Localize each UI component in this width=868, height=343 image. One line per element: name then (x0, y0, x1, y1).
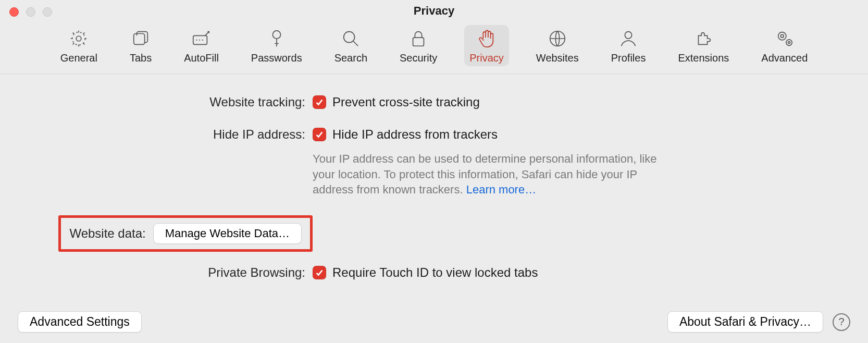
tab-label: AutoFill (184, 52, 219, 64)
checkbox-label: Hide IP address from trackers (332, 127, 498, 142)
checkmark-icon (315, 268, 324, 277)
preferences-window: Privacy General Tabs AutoFill Password (0, 0, 868, 343)
bottom-bar: Advanced Settings About Safari & Privacy… (0, 311, 868, 333)
hand-icon (476, 28, 497, 49)
tab-search[interactable]: Search (329, 25, 373, 66)
svg-point-11 (625, 32, 631, 39)
tab-label: Passwords (251, 52, 302, 64)
row-hide-ip: Hide IP address: Hide IP address from tr… (31, 127, 837, 198)
window-controls (9, 7, 52, 17)
checkbox-label: Prevent cross-site tracking (332, 95, 480, 109)
tab-profiles[interactable]: Profiles (606, 25, 651, 66)
website-data-highlight: Website data: Manage Website Data… (58, 215, 313, 252)
tab-websites[interactable]: Websites (531, 25, 584, 66)
svg-point-0 (77, 36, 82, 41)
checkbox-prevent-cross-site-tracking[interactable] (313, 95, 326, 109)
tab-autofill[interactable]: AutoFill (179, 25, 224, 66)
puzzle-icon (693, 28, 714, 49)
svg-rect-2 (134, 34, 145, 45)
checkmark-icon (315, 130, 324, 139)
svg-point-7 (272, 31, 280, 39)
tab-extensions[interactable]: Extensions (673, 25, 734, 66)
tab-label: General (60, 52, 97, 64)
tab-privacy[interactable]: Privacy (464, 25, 509, 66)
row-website-data: Website data: Manage Website Data… (31, 215, 837, 252)
content-area: Website tracking: Prevent cross-site tra… (0, 74, 868, 343)
svg-point-4 (196, 40, 197, 41)
row-private-browsing: Private Browsing: Require Touch ID to vi… (31, 265, 837, 280)
tab-advanced[interactable]: Advanced (756, 25, 813, 66)
checkbox-label: Require Touch ID to view locked tabs (332, 265, 538, 280)
svg-point-8 (344, 32, 355, 43)
svg-point-15 (788, 42, 790, 44)
svg-point-14 (786, 40, 792, 45)
svg-point-6 (202, 40, 203, 41)
tab-label: Websites (536, 52, 579, 64)
gear-icon (68, 28, 89, 49)
svg-rect-9 (413, 38, 424, 46)
label-hide-ip: Hide IP address: (31, 127, 313, 142)
tab-security[interactable]: Security (394, 25, 442, 66)
checkmark-icon (315, 97, 324, 107)
titlebar: Privacy (0, 0, 868, 22)
svg-point-12 (778, 32, 786, 40)
tab-label: Tabs (130, 52, 152, 64)
tab-tabs[interactable]: Tabs (125, 25, 157, 66)
checkbox-hide-ip[interactable] (313, 128, 326, 141)
about-safari-privacy-button[interactable]: About Safari & Privacy… (667, 311, 823, 333)
window-title: Privacy (0, 4, 868, 18)
tab-passwords[interactable]: Passwords (246, 25, 307, 66)
minimize-window-button[interactable] (26, 7, 35, 17)
tab-general[interactable]: General (55, 25, 103, 66)
globe-icon (547, 28, 568, 49)
label-website-tracking: Website tracking: (31, 95, 313, 109)
manage-website-data-button[interactable]: Manage Website Data… (153, 223, 302, 244)
gears-icon (774, 28, 795, 49)
tab-toolbar: General Tabs AutoFill Passwords Search (0, 22, 868, 74)
search-icon (340, 28, 361, 49)
checkbox-require-touch-id[interactable] (313, 266, 326, 279)
svg-point-13 (780, 34, 784, 38)
key-icon (266, 28, 287, 49)
tab-label: Extensions (678, 52, 729, 64)
zoom-window-button[interactable] (43, 7, 52, 17)
autofill-icon (191, 28, 212, 49)
advanced-settings-button[interactable]: Advanced Settings (18, 311, 142, 333)
label-private-browsing: Private Browsing: (31, 265, 313, 280)
lock-icon (408, 28, 429, 49)
hide-ip-description: Your IP address can be used to determine… (313, 151, 667, 198)
learn-more-link[interactable]: Learn more… (466, 183, 537, 196)
tabs-icon (130, 28, 151, 49)
close-window-button[interactable] (9, 7, 19, 17)
tab-label: Profiles (611, 52, 646, 64)
svg-point-5 (199, 40, 200, 41)
tab-label: Search (334, 52, 367, 64)
label-website-data: Website data: (69, 226, 145, 241)
profile-icon (618, 28, 639, 49)
help-button[interactable]: ? (833, 313, 850, 331)
tab-label: Advanced (761, 52, 808, 64)
tab-label: Privacy (469, 52, 504, 64)
row-website-tracking: Website tracking: Prevent cross-site tra… (31, 95, 837, 109)
tab-label: Security (400, 52, 437, 64)
